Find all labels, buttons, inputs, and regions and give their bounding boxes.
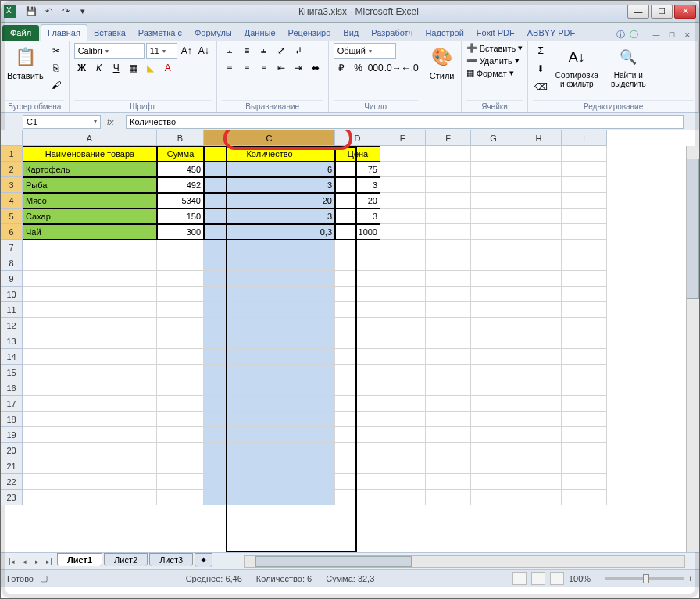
format-cells-button[interactable]: ▦Формат ▾	[466, 68, 523, 78]
formula-bar[interactable]: Количество	[126, 115, 684, 129]
cell-E21[interactable]	[380, 458, 426, 474]
cell-F12[interactable]	[426, 318, 471, 333]
cell-D9[interactable]	[335, 271, 380, 287]
cell-B20[interactable]	[157, 443, 204, 458]
zoom-out-button[interactable]: −	[595, 574, 600, 583]
sheet-nav-next[interactable]: ▸	[30, 555, 43, 568]
cell-F6[interactable]	[426, 224, 471, 240]
redo-button[interactable]: ↷	[59, 5, 73, 19]
row-header-22[interactable]: 22	[1, 474, 23, 490]
cell-B7[interactable]	[157, 240, 204, 255]
cell-I12[interactable]	[562, 318, 607, 333]
view-normal-button[interactable]	[512, 572, 527, 585]
cell-E12[interactable]	[380, 318, 426, 333]
cell-B6[interactable]: 300	[157, 224, 204, 240]
cell-F21[interactable]	[426, 458, 471, 474]
cell-F4[interactable]	[426, 193, 471, 209]
cell-A5[interactable]: Сахар	[23, 209, 157, 224]
cell-C7[interactable]	[204, 240, 335, 255]
align-left-button[interactable]: ≡	[222, 60, 238, 76]
cell-B23[interactable]	[157, 490, 204, 505]
cell-B4[interactable]: 5340	[157, 193, 204, 209]
cell-E19[interactable]	[380, 427, 426, 443]
cell-G21[interactable]	[471, 458, 516, 474]
cell-A17[interactable]	[23, 396, 157, 412]
cell-I1[interactable]	[562, 146, 607, 162]
close-button[interactable]: ✕	[674, 5, 696, 19]
sheet-tab-3[interactable]: Лист3	[149, 553, 193, 566]
select-all-corner[interactable]	[1, 130, 23, 146]
cell-E23[interactable]	[380, 490, 426, 505]
row-header-17[interactable]: 17	[1, 396, 23, 412]
cell-A20[interactable]	[23, 443, 157, 458]
cell-H10[interactable]	[516, 287, 562, 302]
doc-restore[interactable]: ☐	[665, 30, 679, 41]
cell-I8[interactable]	[562, 255, 607, 271]
name-box[interactable]: C1 ▾	[23, 115, 101, 129]
copy-button[interactable]: ⎘	[48, 60, 64, 76]
cell-B13[interactable]	[157, 333, 204, 349]
maximize-button[interactable]: ☐	[651, 5, 673, 19]
cell-F5[interactable]	[426, 209, 471, 224]
cell-H1[interactable]	[516, 146, 562, 162]
tab-file[interactable]: Файл	[2, 25, 39, 41]
cell-D5[interactable]: 3	[335, 209, 380, 224]
cell-A6[interactable]: Чай	[23, 224, 157, 240]
cell-F13[interactable]	[426, 333, 471, 349]
cell-I3[interactable]	[562, 177, 607, 193]
row-header-8[interactable]: 8	[1, 255, 23, 271]
font-name-combo[interactable]: Calibri▾	[74, 43, 145, 59]
cell-F14[interactable]	[426, 349, 471, 365]
cell-B18[interactable]	[157, 412, 204, 427]
ribbon-minimize-icon[interactable]: ⓘ	[616, 29, 625, 41]
row-header-12[interactable]: 12	[1, 318, 23, 333]
row-header-9[interactable]: 9	[1, 271, 23, 287]
cell-G18[interactable]	[471, 412, 516, 427]
cell-D22[interactable]	[335, 474, 380, 490]
align-bottom-button[interactable]: ⫨	[256, 43, 272, 59]
column-header-D[interactable]: D	[335, 130, 380, 146]
cell-H3[interactable]	[516, 177, 562, 193]
tab-addins[interactable]: Надстрой	[419, 25, 470, 41]
bold-button[interactable]: Ж	[74, 60, 90, 76]
cell-H8[interactable]	[516, 255, 562, 271]
cell-B14[interactable]	[157, 349, 204, 365]
cell-A19[interactable]	[23, 427, 157, 443]
tab-layout[interactable]: Разметка с	[132, 25, 188, 41]
number-format-combo[interactable]: Общий▾	[334, 43, 396, 59]
cell-D17[interactable]	[335, 396, 380, 412]
cell-G17[interactable]	[471, 396, 516, 412]
cell-I18[interactable]	[562, 412, 607, 427]
tab-data[interactable]: Данные	[238, 25, 282, 41]
sheet-nav-first[interactable]: |◂	[5, 555, 18, 568]
cell-B19[interactable]	[157, 427, 204, 443]
row-header-15[interactable]: 15	[1, 365, 23, 380]
cell-E8[interactable]	[380, 255, 426, 271]
cell-F17[interactable]	[426, 396, 471, 412]
cell-G14[interactable]	[471, 349, 516, 365]
cell-E13[interactable]	[380, 333, 426, 349]
row-header-2[interactable]: 2	[1, 162, 23, 177]
cell-D23[interactable]	[335, 490, 380, 505]
cell-H4[interactable]	[516, 193, 562, 209]
tab-insert[interactable]: Вставка	[88, 25, 132, 41]
row-header-13[interactable]: 13	[1, 333, 23, 349]
cell-C20[interactable]	[204, 443, 335, 458]
cell-H7[interactable]	[516, 240, 562, 255]
cell-I4[interactable]	[562, 193, 607, 209]
cell-C15[interactable]	[204, 365, 335, 380]
row-header-11[interactable]: 11	[1, 302, 23, 318]
minimize-button[interactable]: —	[627, 5, 649, 19]
cell-I9[interactable]	[562, 271, 607, 287]
cell-H18[interactable]	[516, 412, 562, 427]
row-header-20[interactable]: 20	[1, 443, 23, 458]
cell-C3[interactable]: 3	[204, 177, 335, 193]
cell-C12[interactable]	[204, 318, 335, 333]
cell-G11[interactable]	[471, 302, 516, 318]
cell-D2[interactable]: 75	[335, 162, 380, 177]
cell-I20[interactable]	[562, 443, 607, 458]
tab-formulas[interactable]: Формулы	[188, 25, 238, 41]
comma-button[interactable]: 000	[368, 60, 384, 76]
cell-D3[interactable]: 3	[335, 177, 380, 193]
cell-E16[interactable]	[380, 380, 426, 396]
